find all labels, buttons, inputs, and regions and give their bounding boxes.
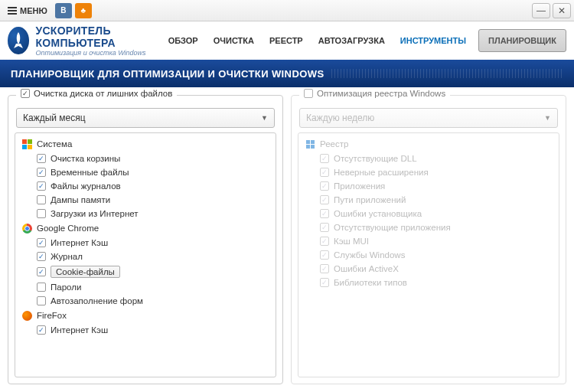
tree-item[interactable]: ✓Пароли bbox=[20, 280, 274, 294]
item-checkbox[interactable]: ✓ bbox=[37, 267, 46, 276]
menu-label: МЕНЮ bbox=[20, 6, 47, 15]
item-checkbox[interactable]: ✓ bbox=[320, 195, 329, 204]
tree-item[interactable]: ✓Кэш MUI bbox=[303, 234, 557, 248]
item-label: Очистка корзины bbox=[51, 154, 120, 163]
item-checkbox[interactable]: ✓ bbox=[37, 195, 46, 204]
item-label: Службы Windows bbox=[334, 250, 405, 260]
tree-item[interactable]: ✓Ошибки установщика bbox=[303, 207, 557, 220]
tree-item[interactable]: ✓Ошибки ActiveX bbox=[303, 262, 557, 276]
disk-clean-header: ✓ Очистка диска от лишних файлов bbox=[16, 89, 177, 98]
item-checkbox[interactable]: ✓ bbox=[37, 283, 46, 292]
chevron-down-icon: ▼ bbox=[261, 114, 268, 122]
group-label: Реестр bbox=[320, 139, 348, 149]
nav-cleaning[interactable]: ОЧИСТКА bbox=[206, 30, 262, 51]
nav-planner[interactable]: ПЛАНИРОВЩИК bbox=[478, 29, 566, 52]
item-checkbox[interactable]: ✓ bbox=[37, 325, 46, 335]
item-label: Файлы журналов bbox=[51, 181, 121, 191]
page-banner: ПЛАНИРОВЩИК ДЛЯ ОПТИМИЗАЦИИ И ОЧИСТКИ WI… bbox=[0, 60, 574, 87]
registry-schedule-dropdown[interactable]: Каждую неделю ▼ bbox=[299, 108, 558, 128]
tree-item[interactable]: ✓Файлы журналов bbox=[20, 179, 274, 193]
item-label: Cookie-файлы bbox=[51, 266, 120, 278]
item-checkbox[interactable]: ✓ bbox=[320, 237, 329, 246]
item-checkbox[interactable]: ✓ bbox=[320, 223, 329, 232]
titlebar: МЕНЮ B ♣ — ✕ bbox=[0, 0, 574, 21]
item-label: Интернет Кэш bbox=[51, 325, 108, 335]
tree-item[interactable]: ✓Очистка корзины bbox=[20, 152, 274, 165]
item-label: Интернет Кэш bbox=[51, 238, 108, 247]
disk-tree[interactable]: Система✓Очистка корзины✓Временные файлы✓… bbox=[15, 133, 276, 377]
item-checkbox[interactable]: ✓ bbox=[37, 252, 46, 261]
item-checkbox[interactable]: ✓ bbox=[37, 181, 46, 191]
menu-button[interactable]: МЕНЮ bbox=[3, 5, 52, 17]
registry-schedule-value: Каждую неделю bbox=[306, 113, 374, 123]
tree-item[interactable]: ✓Cookie-файлы bbox=[20, 263, 274, 280]
item-checkbox[interactable]: ✓ bbox=[320, 250, 329, 260]
tree-item[interactable]: ✓Отсутствующие приложения bbox=[303, 220, 557, 234]
minimize-button[interactable]: — bbox=[532, 3, 550, 18]
disk-clean-checkbox[interactable]: ✓ bbox=[21, 89, 30, 98]
item-label: Отсутствующие приложения bbox=[334, 223, 451, 232]
tree-group[interactable]: FireFox bbox=[20, 308, 274, 323]
item-checkbox[interactable]: ✓ bbox=[37, 209, 46, 218]
content-area: ✓ Очистка диска от лишних файлов Каждый … bbox=[0, 87, 574, 392]
tree-item[interactable]: ✓Службы Windows bbox=[303, 248, 557, 262]
item-checkbox[interactable]: ✓ bbox=[320, 181, 329, 191]
nav-autoload[interactable]: АВТОЗАГРУЗКА bbox=[311, 30, 393, 51]
item-label: Кэш MUI bbox=[334, 237, 369, 246]
item-checkbox[interactable]: ✓ bbox=[37, 168, 46, 177]
tree-item[interactable]: ✓Неверные расширения bbox=[303, 165, 557, 179]
brand-subtitle: Оптимизация и очистка Windows bbox=[35, 49, 160, 57]
item-label: Приложения bbox=[334, 181, 385, 191]
registry-opt-panel: Оптимизация реестра Windows Каждую недел… bbox=[291, 95, 566, 384]
tree-item[interactable]: ✓Пути приложений bbox=[303, 193, 557, 207]
registry-opt-checkbox[interactable] bbox=[304, 89, 313, 98]
vk-button[interactable]: B bbox=[55, 3, 72, 18]
item-checkbox[interactable]: ✓ bbox=[320, 264, 329, 273]
item-checkbox[interactable]: ✓ bbox=[320, 168, 329, 177]
tree-item[interactable]: ✓Автозаполнение форм bbox=[20, 294, 274, 308]
tree-item[interactable]: ✓Временные файлы bbox=[20, 165, 274, 179]
firefox-icon bbox=[22, 311, 32, 321]
disk-clean-title: Очистка диска от лишних файлов bbox=[34, 89, 172, 98]
tree-item[interactable]: ✓Интернет Кэш bbox=[20, 236, 274, 250]
tree-item[interactable]: ✓Журнал bbox=[20, 250, 274, 263]
chrome-icon bbox=[22, 224, 32, 234]
item-checkbox[interactable]: ✓ bbox=[320, 209, 329, 218]
ok-button[interactable]: ♣ bbox=[75, 3, 92, 18]
tree-item[interactable]: ✓Библиотеки типов bbox=[303, 276, 557, 289]
nav-tools[interactable]: ИНСТРУМЕНТЫ bbox=[393, 30, 474, 51]
close-button[interactable]: ✕ bbox=[553, 3, 571, 18]
disk-schedule-value: Каждый месяц bbox=[23, 113, 86, 123]
disk-clean-panel: ✓ Очистка диска от лишних файлов Каждый … bbox=[8, 95, 283, 384]
group-label: FireFox bbox=[37, 311, 67, 320]
tree-group[interactable]: Система bbox=[20, 136, 274, 152]
app-logo bbox=[8, 27, 29, 54]
item-label: Автозаполнение форм bbox=[51, 296, 143, 305]
item-checkbox[interactable]: ✓ bbox=[37, 238, 46, 247]
item-checkbox[interactable]: ✓ bbox=[320, 278, 329, 287]
tree-group[interactable]: Google Chrome bbox=[20, 220, 274, 236]
item-label: Ошибки ActiveX bbox=[334, 264, 399, 273]
registry-opt-header: Оптимизация реестра Windows bbox=[299, 89, 450, 98]
registry-tree[interactable]: Реестр✓Отсутствующие DLL✓Неверные расшир… bbox=[298, 133, 559, 377]
tree-group[interactable]: Реестр bbox=[303, 136, 557, 152]
tree-item[interactable]: ✓Отсутствующие DLL bbox=[303, 152, 557, 165]
nav-registry[interactable]: РЕЕСТР bbox=[262, 30, 311, 51]
tree-item[interactable]: ✓Интернет Кэш bbox=[20, 323, 274, 337]
item-checkbox[interactable]: ✓ bbox=[37, 296, 46, 305]
banner-title: ПЛАНИРОВЩИК ДЛЯ ОПТИМИЗАЦИИ И ОЧИСТКИ WI… bbox=[11, 68, 324, 80]
nav-overview[interactable]: ОБЗОР bbox=[161, 30, 206, 51]
tree-item[interactable]: ✓Загрузки из Интернет bbox=[20, 207, 274, 220]
item-checkbox[interactable]: ✓ bbox=[37, 154, 46, 163]
brand-title: УСКОРИТЕЛЬ КОМПЬЮТЕРА bbox=[35, 24, 160, 49]
tree-item[interactable]: ✓Дампы памяти bbox=[20, 193, 274, 207]
group-label: Система bbox=[37, 139, 72, 149]
tree-item[interactable]: ✓Приложения bbox=[303, 179, 557, 193]
item-checkbox[interactable]: ✓ bbox=[320, 154, 329, 163]
rocket-icon bbox=[11, 31, 26, 50]
group-label: Google Chrome bbox=[37, 224, 99, 233]
item-label: Временные файлы bbox=[51, 168, 129, 177]
disk-schedule-dropdown[interactable]: Каждый месяц ▼ bbox=[16, 108, 275, 128]
banner-decoration bbox=[331, 69, 563, 78]
item-label: Загрузки из Интернет bbox=[51, 209, 139, 218]
